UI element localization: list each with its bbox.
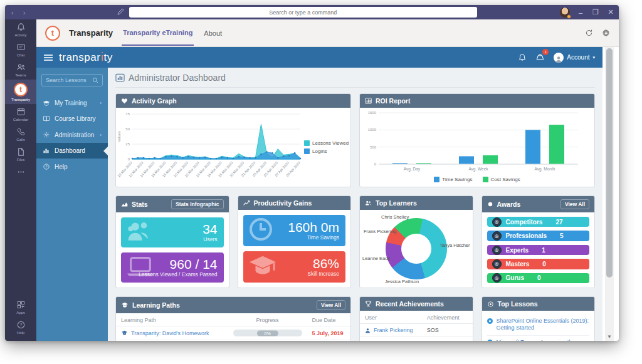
sidebar-item-dashboard[interactable]: Dashboard bbox=[36, 143, 108, 159]
bar-chart-icon bbox=[43, 147, 50, 154]
users-stat-tile: 34 Users bbox=[121, 217, 224, 247]
time-savings-tile: 160h 0m Time Savings bbox=[243, 215, 346, 246]
sidebar-item-course-library[interactable]: Course Library bbox=[36, 111, 108, 127]
area-chart-icon bbox=[121, 201, 128, 207]
user-icon bbox=[365, 341, 371, 341]
progress-bar: 0% bbox=[233, 330, 302, 336]
sidebar-item-calls[interactable]: Calls bbox=[5, 124, 36, 144]
tab-about[interactable]: About bbox=[203, 21, 223, 45]
notification-badge: 1 bbox=[542, 49, 549, 55]
sidebar-item-help[interactable]: ? Help bbox=[36, 159, 108, 175]
card-header: Top Learners bbox=[360, 196, 473, 210]
lessons-search[interactable] bbox=[41, 74, 103, 86]
phone-icon bbox=[16, 127, 26, 137]
presence-dot bbox=[567, 14, 571, 19]
productivity-gains-card: Productivity Gains 160h 0m bbox=[238, 195, 352, 288]
new-chat-icon[interactable] bbox=[117, 8, 124, 16]
page-title: Administrator Dashboard bbox=[115, 73, 595, 88]
svg-text:0: 0 bbox=[128, 157, 130, 161]
account-menu[interactable]: Account ▾ bbox=[554, 53, 595, 63]
lesson-bullet-icon bbox=[487, 340, 493, 341]
vertical-scrollbar[interactable]: ▼ bbox=[605, 47, 614, 341]
sidebar-item-calendar[interactable]: Calendar bbox=[5, 104, 36, 124]
svg-text:Avg. Month: Avg. Month bbox=[535, 167, 555, 172]
sidebar-item-teams[interactable]: Teams bbox=[5, 60, 36, 80]
lessons-search-input[interactable] bbox=[46, 77, 92, 83]
refresh-icon[interactable] bbox=[585, 29, 593, 37]
graduation-cap-icon bbox=[121, 330, 128, 336]
card-header: Top Lessons bbox=[482, 297, 595, 311]
sidebar-item-help[interactable]: ? Help bbox=[5, 317, 36, 341]
people-icon bbox=[16, 63, 26, 72]
teams-rail: Activity Chat Teams t Transparity Calend… bbox=[5, 19, 36, 341]
target-icon bbox=[487, 301, 494, 308]
activity-chart: 0255075Values10 Mar 202012 Mar 202014 Ma… bbox=[116, 109, 304, 185]
line-chart-icon bbox=[243, 200, 250, 206]
chat-icon bbox=[16, 43, 26, 52]
dashboard-content: Administrator Dashboard Activity Graph bbox=[108, 68, 603, 341]
menu-icon[interactable] bbox=[44, 53, 53, 62]
command-search-input[interactable] bbox=[129, 7, 477, 18]
graduation-cap-icon bbox=[248, 254, 277, 279]
sidebar-item-administration[interactable]: Administration ‹ bbox=[36, 127, 108, 143]
user-link[interactable]: Tanya Hatcher bbox=[374, 340, 410, 341]
donut-chart bbox=[386, 218, 447, 279]
activity-legend: Lessons Viewed Logins bbox=[304, 140, 350, 154]
maximize-button[interactable]: ❒ bbox=[591, 8, 600, 16]
sidebar-item-files[interactable]: Files bbox=[5, 144, 36, 164]
awards-view-all-button[interactable]: View All bbox=[560, 199, 589, 209]
svg-text:?: ? bbox=[19, 323, 22, 327]
svg-text:500: 500 bbox=[370, 145, 377, 149]
gear-icon bbox=[43, 131, 50, 138]
close-button[interactable]: ✕ bbox=[606, 8, 615, 16]
trophy-icon bbox=[365, 301, 372, 307]
notifications-cart[interactable]: 1 bbox=[535, 52, 545, 63]
sidebar-item-chat[interactable]: Chat bbox=[5, 39, 36, 60]
svg-text:25: 25 bbox=[125, 142, 130, 146]
ellipsis-icon bbox=[16, 167, 26, 177]
circle-icon bbox=[487, 201, 493, 207]
learning-path-link[interactable]: Transparity: David's Homework bbox=[131, 330, 209, 336]
globe-icon[interactable] bbox=[602, 29, 610, 37]
learning-paths-view-all-button[interactable]: View All bbox=[317, 300, 345, 310]
sidebar-item-activity[interactable]: Activity bbox=[5, 19, 36, 39]
award-row: ◎ Professionals5 bbox=[487, 231, 590, 241]
sidebar-item-my-training[interactable]: My Training ‹ bbox=[36, 95, 108, 111]
user-link[interactable]: Frank Pickering bbox=[374, 327, 413, 333]
help-circle-icon: ? bbox=[43, 163, 50, 170]
stats-infographic-button[interactable]: Stats Infographic bbox=[171, 199, 223, 209]
svg-text:1000: 1000 bbox=[368, 128, 377, 132]
table-row: Transparity: Colin's Security 0% 5 July,… bbox=[116, 340, 350, 341]
awards-card: Awards View All ◎ Competitors27 bbox=[482, 195, 596, 288]
list-item[interactable]: Microsoft Teams: Accessing the Online Ap… bbox=[487, 336, 590, 341]
tab-transparity-etraining[interactable]: Transparity eTraining bbox=[122, 21, 194, 46]
scrollbar-down-arrow[interactable]: ▼ bbox=[605, 334, 614, 340]
bell-icon[interactable] bbox=[518, 53, 527, 62]
nav-back-forward[interactable]: ‹ › bbox=[11, 9, 29, 16]
sidebar-item-more[interactable] bbox=[5, 164, 36, 179]
scrollbar-thumb[interactable] bbox=[606, 48, 613, 278]
svg-text:Avg. Day: Avg. Day bbox=[404, 167, 421, 172]
file-icon bbox=[16, 147, 26, 157]
roi-report-card: ROI Report 050010001500Avg. DayAvg. Week… bbox=[359, 93, 595, 187]
svg-text:50: 50 bbox=[125, 127, 130, 131]
activity-graph-card: Activity Graph 0255075Values10 Mar 20201… bbox=[115, 93, 351, 187]
svg-text:1500: 1500 bbox=[368, 111, 377, 115]
award-row: ◎ Masters0 bbox=[487, 259, 590, 269]
card-header: Awards View All bbox=[482, 196, 595, 212]
users-icon bbox=[126, 219, 154, 246]
list-item[interactable]: SharePoint Online Essentials (2019): Get… bbox=[487, 315, 590, 336]
medal-icon: ◎ bbox=[492, 246, 502, 255]
minimize-button[interactable]: – bbox=[576, 9, 585, 16]
sidebar-item-apps[interactable]: Apps bbox=[5, 297, 36, 317]
chevron-down-icon: ▾ bbox=[592, 55, 595, 60]
graduation-cap-icon bbox=[121, 302, 129, 308]
user-icon bbox=[365, 328, 371, 333]
user-avatar[interactable] bbox=[560, 8, 570, 18]
sidebar-item-transparity[interactable]: t Transparity bbox=[5, 80, 36, 104]
award-row: ◎ Experts1 bbox=[487, 245, 590, 255]
card-header: Learning Paths View All bbox=[116, 297, 350, 313]
apps-grid-icon bbox=[16, 300, 26, 309]
card-header: Stats Stats Infographic bbox=[116, 196, 229, 212]
account-avatar-icon bbox=[554, 53, 564, 63]
